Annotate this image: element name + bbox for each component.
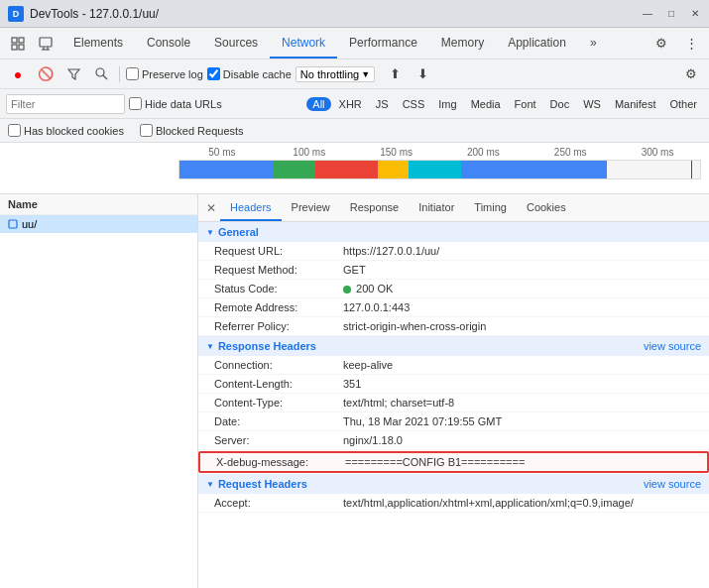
tab-console[interactable]: Console [135, 28, 202, 59]
disable-cache-checkbox[interactable] [207, 67, 220, 80]
record-button[interactable]: ● [6, 62, 30, 86]
timeline-red-line [691, 161, 692, 178]
clear-button[interactable]: 🚫 [34, 62, 58, 86]
request-icon [8, 219, 18, 229]
more-options-button[interactable]: ⋮ [679, 32, 703, 56]
request-headers-triangle: ▼ [206, 480, 214, 489]
disable-cache-label[interactable]: Disable cache [207, 67, 292, 80]
chip-ws[interactable]: WS [577, 97, 607, 111]
panel-tab-timing[interactable]: Timing [464, 194, 517, 221]
titlebar: D DevTools - 127.0.0.1/uu/ — □ ✕ [0, 0, 709, 28]
timeline-track[interactable] [178, 160, 701, 179]
panel-tabs: Elements Console Sources Network Perform… [61, 28, 609, 59]
filter-bar: Hide data URLs All XHR JS CSS Img Media … [0, 89, 709, 119]
timeline-bar-yellow [378, 161, 410, 178]
settings-button[interactable]: ⚙ [650, 32, 673, 56]
network-toolbar: ● 🚫 Preserve log Disable cache No thrott… [0, 59, 709, 89]
general-triangle: ▼ [206, 228, 214, 237]
headers-content: ▼ General Request URL: https://127.0.0.1… [198, 222, 709, 513]
import-button[interactable]: ⬆ [383, 62, 407, 86]
panel-tab-response[interactable]: Response [340, 194, 410, 221]
preserve-log-label[interactable]: Preserve log [126, 67, 203, 80]
response-content-length-row: Content-Length: 351 [198, 375, 709, 394]
blocked-bar: Has blocked cookies Blocked Requests [0, 119, 709, 143]
request-headers-section-header[interactable]: ▼ Request Headers view source [198, 474, 709, 494]
has-blocked-cookies-checkbox[interactable] [8, 124, 21, 137]
timeline-label-50: 50 ms [178, 147, 266, 158]
tab-performance[interactable]: Performance [337, 28, 429, 59]
chip-js[interactable]: JS [370, 97, 395, 111]
tab-sources[interactable]: Sources [202, 28, 270, 59]
main-area: Name uu/ ✕ Headers Preview Response Init… [0, 194, 709, 588]
timeline-bar-blue [179, 161, 274, 178]
chip-doc[interactable]: Doc [544, 97, 576, 111]
tab-application[interactable]: Application [496, 28, 578, 59]
response-content-type-row: Content-Type: text/html; charset=utf-8 [198, 394, 709, 412]
request-headers-view-source[interactable]: view source [644, 478, 701, 490]
general-section-header[interactable]: ▼ General [198, 222, 709, 242]
tab-memory[interactable]: Memory [429, 28, 496, 59]
chip-img[interactable]: Img [432, 97, 462, 111]
panel-tab-cookies[interactable]: Cookies [517, 194, 576, 221]
timeline-label-150: 150 ms [353, 147, 440, 158]
response-server-row: Server: nginx/1.18.0 [198, 431, 709, 450]
hide-data-urls-checkbox[interactable] [129, 97, 142, 110]
throttle-dropdown[interactable]: No throttling ▼ [295, 66, 375, 82]
hide-data-urls-label[interactable]: Hide data URLs [129, 97, 222, 110]
filter-toggle-button[interactable] [61, 62, 85, 86]
general-remote-address-row: Remote Address: 127.0.0.1:443 [198, 298, 709, 317]
svg-marker-8 [68, 69, 79, 79]
close-button[interactable]: ✕ [689, 8, 701, 20]
panel-tab-initiator[interactable]: Initiator [409, 194, 464, 221]
inspect-button[interactable] [34, 32, 58, 56]
status-dot [343, 286, 351, 294]
preserve-log-checkbox[interactable] [126, 67, 139, 80]
timeline-bar-green [274, 161, 315, 178]
devtools-favicon: D [8, 6, 24, 22]
window-title: DevTools - 127.0.0.1/uu/ [30, 7, 159, 21]
tab-network[interactable]: Network [270, 28, 337, 59]
separator [119, 66, 120, 82]
chip-xhr[interactable]: XHR [333, 97, 368, 111]
response-connection-row: Connection: keep-alive [198, 356, 709, 375]
svg-rect-1 [19, 38, 24, 43]
timeline-spacer [0, 179, 709, 189]
name-column-header: Name [0, 194, 197, 215]
filter-chips: All XHR JS CSS Img Media Font Doc WS Man… [306, 97, 703, 111]
svg-rect-2 [12, 45, 17, 50]
blocked-requests-label[interactable]: Blocked Requests [140, 124, 244, 137]
network-settings-button[interactable]: ⚙ [679, 62, 703, 86]
svg-line-10 [103, 75, 107, 79]
filter-input[interactable] [6, 94, 125, 114]
response-headers-view-source[interactable]: view source [644, 340, 701, 352]
tab-elements[interactable]: Elements [61, 28, 135, 59]
blocked-requests-checkbox[interactable] [140, 124, 153, 137]
close-request-tab[interactable]: ✕ [202, 199, 220, 217]
window-controls: — □ ✕ [642, 8, 701, 20]
has-blocked-cookies-label[interactable]: Has blocked cookies [8, 124, 124, 137]
throttle-dropdown-arrow: ▼ [361, 69, 370, 79]
svg-rect-3 [19, 45, 24, 50]
timeline-bar-blue2 [461, 161, 607, 178]
chip-all[interactable]: All [306, 97, 330, 111]
export-button[interactable]: ⬇ [411, 62, 434, 86]
search-button[interactable] [89, 62, 113, 86]
maximize-button[interactable]: □ [665, 8, 677, 20]
svg-rect-0 [12, 38, 17, 43]
chip-manifest[interactable]: Manifest [609, 97, 662, 111]
tab-more[interactable]: » [578, 28, 609, 59]
main-toolbar: Elements Console Sources Network Perform… [0, 28, 709, 59]
devtools-panel-toggle[interactable] [6, 32, 30, 56]
response-headers-section-header[interactable]: ▼ Response Headers view source [198, 336, 709, 356]
minimize-button[interactable]: — [642, 8, 653, 20]
panel-tab-headers[interactable]: Headers [220, 194, 282, 221]
chip-media[interactable]: Media [465, 97, 507, 111]
general-status-code-row: Status Code: 200 OK [198, 280, 709, 298]
panel-tab-preview[interactable]: Preview [282, 194, 340, 221]
timeline-label-100: 100 ms [266, 147, 353, 158]
chip-other[interactable]: Other [663, 97, 703, 111]
timeline-label-200: 200 ms [439, 147, 527, 158]
chip-font[interactable]: Font [509, 97, 542, 111]
chip-css[interactable]: CSS [397, 97, 431, 111]
request-row[interactable]: uu/ [0, 215, 197, 233]
